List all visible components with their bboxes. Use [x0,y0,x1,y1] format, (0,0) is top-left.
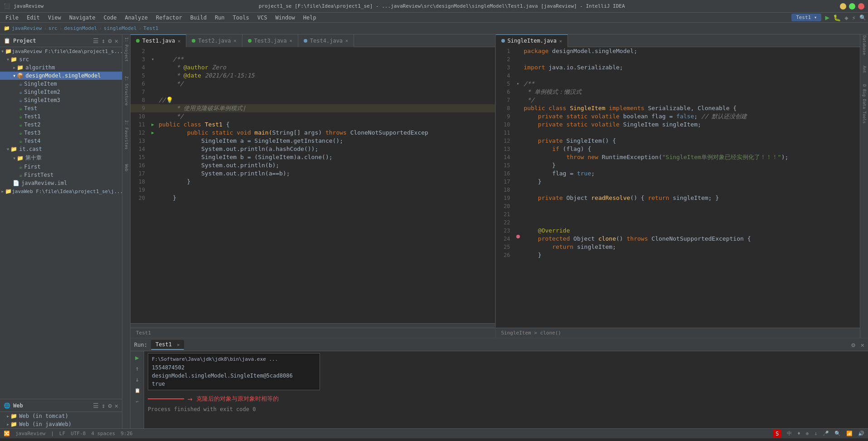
breadcrumb-test1[interactable]: Test1 [143,25,158,31]
status-settings1[interactable]: ⊕ [806,431,809,436]
tree-item-chapter10[interactable]: ▾ 📁 第十章 [0,153,122,163]
status-mic[interactable]: 🎤 [823,431,829,436]
code-line-7: 7 [131,88,495,96]
tab-test1-close[interactable]: ✕ [178,39,180,44]
tree-item-Test3[interactable]: ☕ Test3 [0,129,122,137]
web-stripe-label[interactable]: Web [124,164,129,171]
run-arrow-icon[interactable]: ▶ [151,121,154,129]
menu-navigate[interactable]: Navigate [66,14,99,22]
run-settings-icon[interactable]: ⚙ [851,341,855,349]
breadcrumb-single-model[interactable]: singleModel [104,25,137,31]
left-tab-bar: Test1.java ✕ Test2.java ✕ Test3.java ✕ [131,34,495,47]
test1-dot-icon [136,39,140,43]
menu-refactor[interactable]: Refactor [152,14,186,22]
tree-item-src[interactable]: ▾ 📁 src [0,55,122,63]
right-fold-icon[interactable]: ▾ [516,80,519,88]
tab-test1[interactable]: Test1.java ✕ [131,34,186,47]
web-close-icon[interactable]: ✕ [115,402,118,409]
tab-test2-close[interactable]: ✕ [234,38,237,43]
web-javaWeb[interactable]: ▸ 📁 Web (in javaWeb) [0,420,122,428]
menu-tools[interactable]: Tools [229,14,253,22]
database-stripe-label[interactable]: Database [862,35,867,55]
editor-area: Test1.java ✕ Test2.java ✕ Test3.java ✕ [131,34,868,428]
tree-item-Test2[interactable]: ☕ Test2 [0,121,122,129]
tab-test3-close[interactable]: ✕ [290,38,292,43]
breakpoint-icon[interactable] [516,235,520,238]
tab-test2[interactable]: Test2.java ✕ [186,34,242,47]
tree-item-algorithm[interactable]: ▸ 📁 algorithm [0,63,122,72]
menu-run[interactable]: Run [211,14,228,22]
menu-build[interactable]: Build [187,14,210,22]
scroll-down-button[interactable]: ↓ [133,375,142,384]
tree-item-javaReview[interactable]: ▾ 📁 javaReview F:\file\Idea\project1_s..… [0,47,122,55]
run-close-icon[interactable]: ✕ [861,341,864,349]
left-code-area[interactable]: 2 3 ▾ /** 4 * @author Zero [131,47,495,323]
tab-singleitem-close[interactable]: ✕ [559,39,562,44]
fold-icon[interactable]: ▾ [151,55,154,63]
status-lang[interactable]: 中 [787,430,792,437]
debug-button[interactable]: 🐛 [833,14,841,21]
menu-analyze[interactable]: Analyze [121,14,151,22]
tab-test4[interactable]: Test4.java ✕ [298,34,354,47]
scroll-up-button[interactable]: ↑ [133,364,142,373]
tree-item-javaWeb[interactable]: ▸ 📁 javaWeb F:\file\Idea\project1_se\j..… [0,187,122,195]
tree-item-SingleItem[interactable]: ☕ SingleItem [0,80,122,88]
tree-item-FirstTest[interactable]: ☕ FirstTest [0,171,122,179]
web-settings-icon[interactable]: ⚙ [108,402,112,409]
web-tomcat[interactable]: ▸ 📁 Web (in tomcat) [0,412,122,420]
breadcrumb-design-model[interactable]: designModel [64,25,97,31]
status-network[interactable]: 📶 [846,431,853,436]
close-button[interactable] [858,3,864,10]
sidebar-settings-icon[interactable]: ⚙ [108,37,112,44]
tree-item-SingleItem3[interactable]: ☕ SingleItem3 [0,96,122,104]
left-scrollbar[interactable] [131,323,495,328]
breadcrumb-java-review[interactable]: javaReview [12,25,42,31]
project-stripe-label[interactable]: 1: Project [124,37,129,62]
tree-item-First[interactable]: ☕ First [0,163,122,171]
sidebar-scope-icon[interactable]: ☰ [93,37,99,44]
favorites-stripe-label[interactable]: 2: Favorites [124,120,129,150]
soft-wrap-button[interactable]: ↩ [133,397,142,406]
tree-item-Test4[interactable]: ☕ Test4 [0,137,122,145]
run-tab-close[interactable]: ✕ [177,342,179,347]
breadcrumb-src[interactable]: src [48,25,58,31]
menu-help[interactable]: Help [300,14,320,22]
tab-test4-close[interactable]: ✕ [345,38,348,43]
tree-item-Test1[interactable]: ☕ Test1 [0,112,122,121]
ant-stripe-label[interactable]: Ant [862,66,867,73]
coverage-button[interactable]: ◈ [844,14,848,21]
menu-vcs[interactable]: VCS [254,14,271,22]
web-sort-icon[interactable]: ☰ [93,402,99,409]
right-code-line-6: 6 * 单例模式：懒汉式 [496,88,860,96]
status-search[interactable]: 🔍 [834,431,841,436]
copy-output-button[interactable]: 📋 [133,386,142,395]
menu-window[interactable]: Window [272,14,298,22]
profile-button[interactable]: ⚡ [852,14,856,21]
sidebar-sort-icon[interactable]: ↕ [102,37,105,44]
right-code-area[interactable]: 1 package designModel.singleModel; 2 3 [496,47,860,328]
run-config-selector[interactable]: Test1 ▾ [791,14,821,21]
menu-file[interactable]: File [2,14,22,22]
bottom-tab-run[interactable]: Test1 ✕ [151,340,184,350]
maximize-button[interactable] [849,3,855,10]
left-breadcrumb: Test1 [136,330,151,336]
tree-item-Test[interactable]: ☕ Test [0,104,122,112]
tab-singleitem[interactable]: SingleItem.java ✕ [496,34,568,47]
tree-item-designModel[interactable]: ▾ 📦 designModel.singleModel [0,72,122,80]
bigdata-stripe-label[interactable]: D Big Data Tools [862,84,867,124]
tree-item-itcast[interactable]: ▾ 📁 it.cast [0,145,122,153]
web-filter-icon[interactable]: ↕ [102,402,105,409]
search-everywhere-button[interactable]: 🔍 [859,15,866,21]
restart-run-button[interactable]: ▶ [133,353,142,362]
tab-test3[interactable]: Test3.java ✕ [242,34,298,47]
tree-item-SingleItem2[interactable]: ☕ SingleItem2 [0,88,122,96]
structure-stripe-label[interactable]: Z: Structure [124,76,129,106]
run-button[interactable]: ▶ [825,13,829,22]
minimize-button[interactable] [840,3,846,10]
run-arrow-icon2[interactable]: ▶ [151,129,154,137]
sidebar-close-icon[interactable]: ✕ [115,37,118,44]
menu-edit[interactable]: Edit [23,14,44,22]
tree-item-iml[interactable]: 📄 javaReview.iml [0,179,122,187]
menu-code[interactable]: Code [100,14,121,22]
menu-view[interactable]: View [44,14,65,22]
